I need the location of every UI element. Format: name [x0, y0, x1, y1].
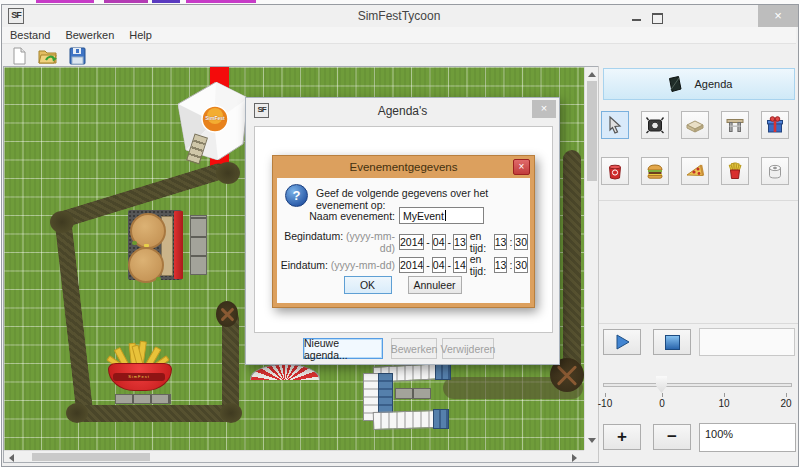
new-agenda-button[interactable]: Nieuwe agenda... [303, 338, 383, 359]
zoom-level-input[interactable]: 100% [699, 423, 796, 452]
dialog-close-button[interactable]: × [532, 100, 556, 118]
new-file-icon[interactable] [7, 45, 31, 67]
stage-platform-icon [685, 115, 705, 135]
open-file-icon[interactable] [36, 45, 60, 67]
close-button[interactable]: × [758, 5, 798, 27]
gift-icon [765, 115, 785, 135]
menu-bewerken[interactable]: Bewerken [65, 29, 114, 41]
start-year-input[interactable]: 2014 [399, 234, 424, 250]
zoom-in-button[interactable]: + [603, 424, 641, 450]
bench[interactable] [115, 394, 171, 404]
date-format-hint: (yyyy-mm-dd) [346, 230, 395, 254]
event-name-input[interactable]: MyEvent [399, 207, 484, 224]
menu-bar: Bestand Bewerken Help [2, 27, 796, 44]
ok-button[interactable]: OK [344, 276, 392, 294]
stage-light-icon [645, 115, 665, 135]
vertical-scrollbar[interactable] [584, 67, 598, 450]
vertical-scroll-thumb[interactable] [587, 81, 597, 181]
cancel-button[interactable]: Annuleer [408, 276, 462, 294]
event-dialog: Evenementgegevens × ? Geef de volgende g… [272, 155, 535, 308]
event-name-value: MyEvent [403, 210, 444, 222]
dialog-title: Agenda's [246, 104, 559, 118]
scroll-right-icon[interactable] [572, 454, 577, 462]
start-day-input[interactable]: 13 [453, 234, 467, 250]
menu-help[interactable]: Help [129, 29, 152, 41]
bench[interactable] [190, 215, 207, 275]
tool-entrance-gate[interactable] [721, 111, 749, 139]
lettuce-fleck [156, 277, 161, 281]
tool-gift-shop[interactable] [761, 111, 789, 139]
tool-fries-stand[interactable] [721, 157, 749, 185]
agenda-button-label: Agenda [695, 78, 733, 90]
bench[interactable] [395, 388, 431, 399]
delete-agenda-button[interactable]: Verwijderen [442, 338, 494, 359]
path-corner [66, 403, 88, 423]
play-icon [615, 334, 630, 350]
stop-icon [665, 335, 680, 350]
time-label: en tijd: [470, 253, 491, 277]
menu-bestand[interactable]: Bestand [10, 29, 50, 41]
time-separator: : [509, 259, 512, 271]
path-corner [50, 211, 74, 233]
zoom-out-button[interactable]: − [653, 424, 691, 450]
event-dialog-close-button[interactable]: × [513, 159, 530, 175]
speed-slider-track[interactable] [603, 383, 792, 387]
horizontal-scrollbar[interactable] [4, 450, 584, 462]
status-box [699, 328, 795, 356]
fries-icon [725, 161, 745, 181]
tool-hamburger-stand[interactable] [641, 157, 669, 185]
scroll-down-icon[interactable] [588, 438, 596, 443]
save-icon[interactable] [65, 45, 89, 67]
date-separator: - [426, 236, 430, 248]
start-date-label: Begindatum: (yyyy-mm-dd) [277, 230, 395, 254]
start-minute-input[interactable]: 30 [514, 234, 528, 250]
end-year-input[interactable]: 2014 [399, 257, 424, 273]
title-bar[interactable]: SF SimFestTycoon × [2, 5, 796, 27]
date-separator: - [448, 259, 452, 271]
hamburger-icon [645, 161, 665, 181]
slider-tick [605, 393, 606, 397]
entrance-gate-icon [725, 115, 745, 135]
text-caret [445, 210, 446, 221]
panel-divider [599, 323, 798, 324]
tool-stage-platform[interactable] [681, 111, 709, 139]
agenda-button[interactable]: Agenda [603, 68, 795, 100]
stop-button[interactable] [653, 329, 691, 355]
date-format-hint: (yyyy-mm-dd) [331, 259, 395, 271]
window-title: SimFestTycoon [2, 9, 796, 23]
striped-canopy [250, 364, 320, 380]
horizontal-scroll-thumb[interactable] [32, 453, 150, 461]
end-minute-input[interactable]: 30 [514, 257, 528, 273]
path-corner [216, 162, 240, 184]
minimize-button[interactable] [632, 19, 641, 21]
maximize-button[interactable] [652, 13, 663, 24]
tool-pizza-stand[interactable] [681, 157, 709, 185]
slider-tick [724, 393, 725, 397]
event-dialog-body: ? Geef de volgende gegevens over het eve… [277, 178, 530, 303]
tent-logo: SimFest [202, 115, 228, 121]
speed-slider-thumb[interactable] [656, 376, 667, 393]
barrier-cap [433, 409, 449, 429]
tool-select-cursor[interactable] [601, 111, 629, 139]
start-hour-input[interactable]: 13 [494, 234, 508, 250]
tool-stage-light[interactable] [641, 111, 669, 139]
scroll-up-icon[interactable] [588, 72, 596, 77]
slider-label: 10 [712, 398, 736, 409]
end-day-input[interactable]: 14 [453, 257, 467, 273]
end-hour-input[interactable]: 13 [494, 257, 508, 273]
start-month-input[interactable]: 04 [432, 234, 446, 250]
main-tent[interactable]: SimFest [178, 82, 248, 160]
barrier-row-bottom [373, 410, 438, 430]
slider-label: 20 [774, 398, 798, 409]
tool-trash-can[interactable] [601, 157, 629, 185]
path-bottom [68, 405, 240, 422]
tool-toilet[interactable] [761, 157, 789, 185]
time-label: en tijd: [470, 230, 491, 254]
pizza-icon [685, 161, 705, 181]
scroll-left-icon[interactable] [9, 454, 14, 462]
end-month-input[interactable]: 04 [432, 257, 446, 273]
date-separator: - [448, 236, 452, 248]
path-corner [220, 403, 242, 423]
play-button[interactable] [603, 329, 641, 355]
edit-agenda-button[interactable]: Bewerken [391, 338, 437, 359]
